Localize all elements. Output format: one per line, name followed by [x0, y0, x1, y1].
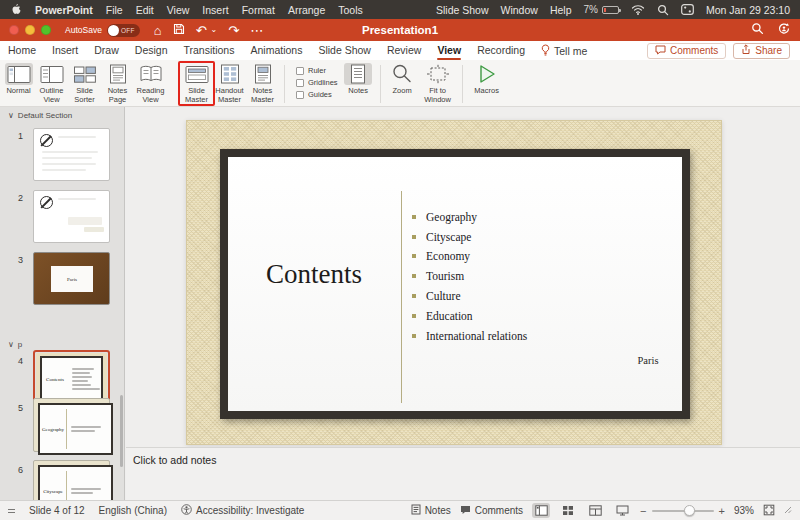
slide-sorter-status-button[interactable] [559, 503, 577, 518]
menu-format[interactable]: Format [242, 4, 275, 16]
slide-thumbnail-1[interactable] [33, 128, 110, 181]
section-default-label: Default Section [18, 111, 72, 120]
battery-indicator[interactable]: 7% [583, 4, 618, 15]
comments-button[interactable]: Comments [647, 43, 726, 59]
wifi-icon[interactable] [631, 4, 645, 15]
notes-button[interactable]: Notes [343, 63, 374, 95]
slide-surface[interactable]: Contents Geography Cityscape Economy Tou… [228, 157, 682, 411]
slide-master-button[interactable]: Slide Master [181, 63, 212, 104]
battery-icon [602, 6, 619, 14]
tab-transitions[interactable]: Transitions [183, 42, 234, 59]
language-status[interactable]: English (China) [99, 505, 167, 516]
reading-view-status-button[interactable] [586, 503, 604, 518]
normal-view-button[interactable]: Normal [3, 63, 34, 95]
undo-dropdown-chevron-icon[interactable]: ⌄ [211, 26, 218, 34]
menu-tools[interactable]: Tools [338, 4, 363, 16]
menu-insert[interactable]: Insert [202, 4, 228, 16]
notes-toggle-button[interactable]: Notes [411, 504, 451, 517]
menu-powerpoint[interactable]: PowerPoint [35, 4, 93, 16]
tab-view[interactable]: View [437, 42, 461, 59]
pane-grip-icon[interactable] [8, 509, 15, 513]
bullet-icon [412, 215, 416, 219]
sync-user-icon[interactable] [777, 21, 791, 39]
autosave-toggle[interactable]: OFF [107, 24, 140, 37]
ruler-checkbox[interactable]: Ruler [296, 66, 338, 75]
spotlight-search-icon[interactable] [657, 4, 669, 16]
notes-panel[interactable]: Click to add notes [126, 447, 800, 500]
menubar-clock[interactable]: Mon Jan 29 23:10 [706, 4, 790, 16]
tab-design[interactable]: Design [135, 42, 168, 59]
home-icon[interactable]: ⌂ [154, 24, 162, 37]
close-window-button[interactable] [9, 25, 19, 35]
tell-me-control[interactable]: Tell me [541, 44, 587, 58]
tab-slide-show[interactable]: Slide Show [318, 42, 371, 59]
bullet-item: Tourism [412, 266, 527, 286]
menu-slideshow[interactable]: Slide Show [436, 4, 489, 16]
ruler-label: Ruler [308, 66, 326, 75]
slide-thumbnail-3[interactable]: Paris [33, 252, 110, 305]
menu-edit[interactable]: Edit [136, 4, 154, 16]
slide-footer-text[interactable]: Paris [628, 355, 668, 366]
comment-bubble-icon [655, 45, 666, 57]
tab-review[interactable]: Review [387, 42, 421, 59]
tab-insert[interactable]: Insert [52, 42, 78, 59]
sidebar-scrollbar[interactable] [120, 395, 123, 467]
gridlines-checkbox[interactable]: Gridlines [296, 78, 338, 87]
normal-view-status-button[interactable] [532, 503, 550, 518]
redo-icon[interactable]: ↷ [228, 24, 239, 37]
slide-title[interactable]: Contents [266, 259, 362, 290]
slide-5-mini-title: Geography [40, 405, 66, 453]
macros-button[interactable]: Macros [469, 63, 505, 95]
zoom-window-button[interactable] [41, 25, 51, 35]
tab-home[interactable]: Home [8, 42, 36, 59]
slide-bullet-list[interactable]: Geography Cityscape Economy Tourism Cult… [412, 207, 527, 346]
handout-master-button[interactable]: Handout Master [214, 63, 245, 104]
tab-draw[interactable]: Draw [94, 42, 119, 59]
search-icon[interactable] [751, 21, 764, 39]
slide-thumbnail-5[interactable]: Geography [33, 398, 110, 452]
comments-toggle-button[interactable]: Comments [460, 505, 523, 517]
guides-checkbox[interactable]: Guides [296, 90, 338, 99]
slide-thumbnail-6[interactable]: Cityscape [33, 460, 110, 501]
menu-file[interactable]: File [106, 4, 123, 16]
slide-sorter-button[interactable]: Slide Sorter [69, 63, 100, 104]
save-icon[interactable] [173, 23, 185, 38]
slide-picture-frame[interactable]: Contents Geography Cityscape Economy Tou… [220, 149, 690, 419]
menu-view[interactable]: View [167, 4, 190, 16]
outline-view-button[interactable]: Outline View [36, 63, 67, 104]
tab-animations[interactable]: Animations [250, 42, 302, 59]
share-button[interactable]: Share [733, 43, 790, 59]
zoom-out-icon[interactable]: − [640, 505, 646, 517]
zoom-slider-track[interactable] [652, 510, 714, 512]
zoom-button[interactable]: Zoom [387, 63, 418, 95]
menu-arrange[interactable]: Arrange [288, 4, 325, 16]
fit-slide-to-window-button[interactable] [763, 504, 775, 518]
zoom-slider[interactable]: − + [640, 505, 725, 517]
slide-canvas-burlap[interactable]: Contents Geography Cityscape Economy Tou… [186, 120, 722, 445]
ribbon-divider [284, 65, 285, 103]
notes-page-button[interactable]: Notes Page [102, 63, 133, 104]
slide-6-mini-title: Cityscape [40, 467, 66, 501]
notes-placeholder[interactable]: Click to add notes [133, 454, 216, 466]
fit-to-window-button[interactable]: Fit to Window [420, 63, 456, 104]
accessibility-status[interactable]: Accessibility: Investigate [181, 504, 304, 517]
notes-master-button[interactable]: Notes Master [247, 63, 278, 104]
menu-help[interactable]: Help [550, 4, 572, 16]
control-center-icon[interactable] [681, 4, 694, 15]
reading-view-button[interactable]: Reading View [135, 63, 166, 104]
section-p[interactable]: ∨ p [8, 340, 22, 349]
tab-recording[interactable]: Recording [477, 42, 525, 59]
slide-thumbnail-2[interactable] [33, 190, 110, 243]
section-chevron-icon: ∨ [8, 111, 14, 120]
section-default[interactable]: ∨ Default Section [8, 111, 72, 120]
undo-icon[interactable]: ↶ [196, 24, 207, 37]
zoom-in-icon[interactable]: + [719, 505, 725, 517]
zoom-slider-knob[interactable] [684, 505, 695, 516]
autosave-control[interactable]: AutoSave OFF [65, 24, 140, 37]
menu-window[interactable]: Window [501, 4, 538, 16]
slideshow-status-button[interactable] [613, 503, 631, 518]
more-commands-icon[interactable]: ⋯ [250, 24, 263, 37]
apple-icon[interactable] [10, 3, 22, 16]
zoom-percentage[interactable]: 93% [734, 505, 754, 516]
minimize-window-button[interactable] [25, 25, 35, 35]
